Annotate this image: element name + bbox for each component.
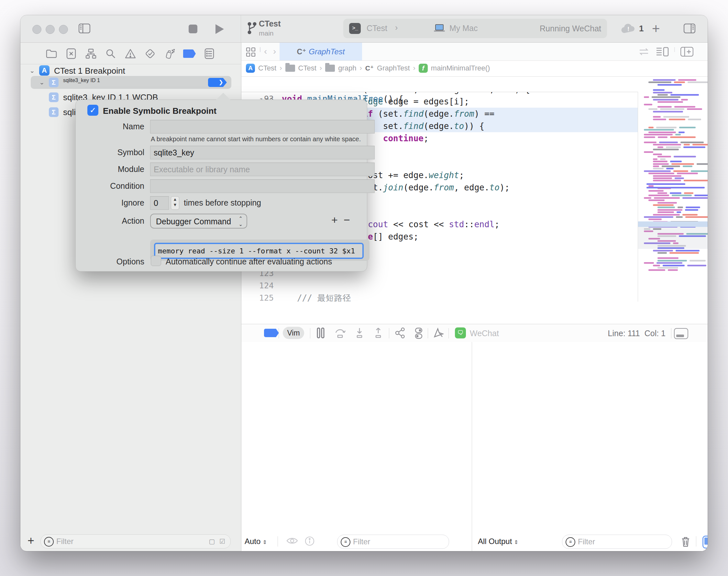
auto-continue-checkbox[interactable]: [151, 256, 161, 266]
module-input[interactable]: [151, 163, 374, 176]
condition-input[interactable]: [151, 180, 374, 193]
minimap-viewport[interactable]: [638, 227, 708, 249]
test-navigator-icon[interactable]: [144, 47, 157, 60]
breadcrumb-item[interactable]: mainMinimalTree(): [431, 64, 490, 73]
action-dropdown[interactable]: Debugger Command ⌃⌄: [150, 214, 247, 229]
breakpoint-navigator-icon[interactable]: [183, 47, 196, 60]
minimap-line: [678, 79, 696, 81]
stop-button[interactable]: [189, 25, 197, 33]
minimap-line: [648, 108, 657, 110]
debugger-command-input[interactable]: [155, 244, 362, 258]
debug-view-hierarchy-icon[interactable]: [394, 327, 406, 339]
tab-overview-icon[interactable]: [246, 47, 255, 57]
breadcrumb-item[interactable]: CTest: [298, 64, 317, 73]
ignore-stepper[interactable]: ▲▼: [171, 196, 179, 210]
clear-console-icon[interactable]: [681, 536, 690, 547]
pause-icon[interactable]: [317, 327, 325, 339]
simulate-location-icon[interactable]: [433, 327, 444, 339]
eye-icon[interactable]: [286, 536, 298, 545]
add-action-button[interactable]: +: [331, 214, 338, 226]
minimap-line: [653, 175, 681, 177]
breadcrumb-item[interactable]: GraphTest: [377, 64, 410, 73]
adjust-editor-options-icon[interactable]: [656, 47, 669, 57]
ignore-label: Ignore: [96, 198, 144, 207]
project-navigator-icon[interactable]: [45, 47, 58, 60]
add-editor-split-icon[interactable]: [680, 47, 693, 57]
add-editor-tab-button[interactable]: +: [652, 21, 660, 36]
condition-field[interactable]: [150, 179, 375, 193]
step-over-icon[interactable]: [334, 327, 346, 339]
breakpoint-enabled-toggle[interactable]: [208, 78, 227, 87]
symbol-input[interactable]: [151, 146, 374, 159]
debug-navigator-icon[interactable]: [163, 47, 176, 60]
report-navigator-icon[interactable]: [203, 47, 216, 60]
variables-filter-input[interactable]: [352, 536, 415, 548]
breadcrumb-item[interactable]: CTest: [258, 64, 276, 73]
minimap-line: [657, 211, 674, 213]
svg-text:!: !: [627, 26, 629, 32]
forward-chevron-icon[interactable]: ›: [273, 46, 276, 57]
breadcrumb: ACTest›CTest›graph›C⁺GraphTest›fmainMini…: [246, 64, 490, 73]
minimap-line: [685, 216, 708, 218]
step-into-icon[interactable]: [355, 327, 364, 339]
minimap-line: [653, 265, 660, 266]
project-row[interactable]: ⌄ A CTest 1 Breakpoint: [20, 64, 241, 77]
project-row-label[interactable]: CTest 1 Breakpoint: [54, 66, 125, 76]
filter-icon: ≡: [566, 537, 575, 547]
issue-count[interactable]: 1: [639, 24, 644, 34]
ignore-suffix: times before stopping: [184, 198, 261, 207]
disclosure-chevron-icon[interactable]: ⌄: [39, 79, 45, 86]
ignore-count-input[interactable]: [151, 197, 168, 209]
minimap-line: [670, 192, 681, 194]
hide-debug-area-icon[interactable]: [674, 328, 688, 339]
step-out-icon[interactable]: [373, 327, 383, 339]
add-breakpoint-button[interactable]: +: [27, 534, 34, 548]
source-control-navigator-icon[interactable]: [65, 47, 78, 60]
remove-action-button[interactable]: −: [344, 214, 350, 226]
vim-mode-button[interactable]: Vim: [283, 327, 304, 339]
console-scope-selector[interactable]: All Output⇕: [478, 537, 518, 546]
breakpoint-row-label[interactable]: sqlite3_key ID 1: [63, 78, 100, 83]
destination-name[interactable]: My Mac: [450, 24, 478, 33]
warning-cloud-icon[interactable]: !: [621, 23, 636, 34]
symbol-navigator-icon[interactable]: [84, 47, 98, 60]
scheme-bar[interactable]: >_ CTest › My Mac Running WeChat: [343, 19, 607, 38]
console-filter-field[interactable]: ≡: [562, 535, 672, 549]
toggle-left-sidebar-icon[interactable]: [79, 24, 90, 33]
breakpoint-row-selected[interactable]: ⌄ Σ sqlite3_key ID 1: [31, 76, 231, 89]
minimize-window-button[interactable]: [46, 25, 55, 34]
scheme-name[interactable]: CTest: [367, 24, 387, 33]
navigator-filter-field[interactable]: ≡ ▢ ☑: [41, 534, 231, 549]
minimap-line: [653, 153, 662, 155]
variables-scope-selector[interactable]: Auto⇕: [245, 537, 267, 546]
show-variables-view-toggle[interactable]: [702, 536, 708, 549]
window-project-title: CTest: [259, 19, 281, 28]
name-field[interactable]: [150, 120, 375, 134]
filter-scope-icons[interactable]: ▢ ☑: [209, 538, 226, 545]
run-button[interactable]: [215, 24, 224, 34]
info-icon[interactable]: [305, 536, 315, 546]
debug-memory-graph-icon[interactable]: [414, 327, 423, 339]
module-field[interactable]: [150, 163, 375, 176]
disclosure-chevron-icon[interactable]: ⌄: [29, 67, 35, 74]
related-items-icon[interactable]: [638, 48, 649, 56]
navigator-filter-input[interactable]: [56, 536, 161, 547]
back-chevron-icon[interactable]: ‹: [264, 46, 267, 57]
enable-breakpoint-checkbox[interactable]: ✓: [87, 105, 98, 116]
minimap[interactable]: [638, 77, 708, 301]
zoom-window-button[interactable]: [59, 25, 68, 34]
close-window-button[interactable]: [32, 25, 42, 34]
tab-graphtest[interactable]: C⁺GraphTest: [279, 43, 362, 60]
breakpoints-activate-toggle[interactable]: [264, 329, 279, 337]
toggle-right-sidebar-icon[interactable]: [684, 24, 695, 33]
find-navigator-icon[interactable]: [104, 47, 117, 60]
issue-navigator-icon[interactable]: [124, 47, 137, 60]
jump-bar[interactable]: ACTest›CTest›graph›C⁺GraphTest›fmainMini…: [241, 61, 708, 77]
ignore-count-field[interactable]: [150, 196, 169, 210]
debugger-command-field[interactable]: [154, 243, 364, 259]
console-filter-input[interactable]: [577, 536, 639, 548]
name-input[interactable]: [151, 120, 374, 133]
symbol-field[interactable]: [150, 146, 375, 160]
breadcrumb-item[interactable]: graph: [338, 64, 356, 73]
variables-filter-field[interactable]: ≡: [337, 535, 449, 549]
